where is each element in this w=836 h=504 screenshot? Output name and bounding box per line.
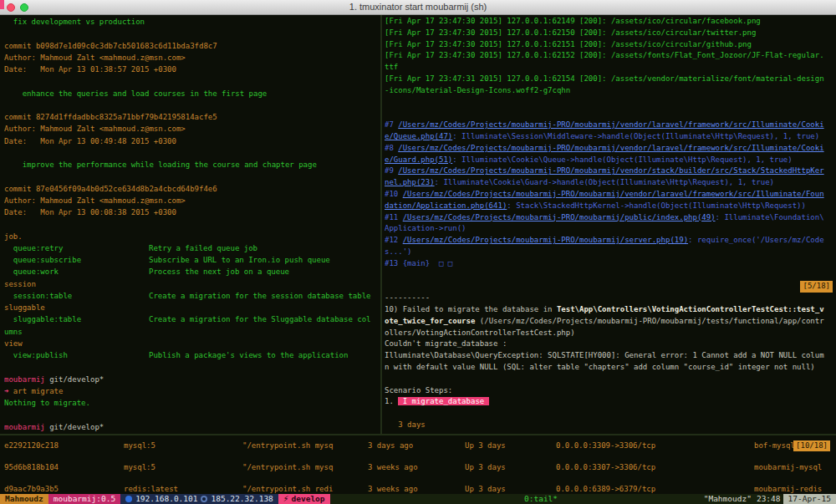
- terminal-line: queue:subscribeSubscribe a URL to an Iro…: [4, 254, 380, 266]
- terminal-line: [4, 147, 380, 159]
- terminal-text: "/entrypoint.sh redi: [242, 484, 368, 493]
- docker-ps-pane[interactable]: e2292120c218mysql:5"/entrypoint.sh mysq3…: [4, 437, 832, 493]
- terminal-text: n with default value NULL (SQL: alter ta…: [385, 363, 815, 371]
- terminal-text: Subscribe a URL to an Iron.io push queue: [149, 256, 330, 264]
- terminal-line: 95d6b818b104mysql:5"/entrypoint.sh mysq3…: [4, 462, 832, 473]
- terminal-text: : Illuminate\Foundation\: [716, 213, 824, 221]
- terminal-line: sluggable:tableCreate a migration for th…: [4, 313, 380, 325]
- terminal-line: Nothing to migrate.: [4, 397, 380, 409]
- terminal-line: [4, 409, 380, 420]
- terminal-line: [Fri Apr 17 23:47:30 2015] 127.0.0.1:621…: [385, 39, 834, 51]
- terminal-text: /Users/mz/Codes/Projects/moubarmij-PRO/m…: [403, 236, 688, 244]
- terminal-line: [4, 451, 832, 462]
- terminal-text: #12: [385, 236, 403, 244]
- terminal-text: Process the next job on a queue: [149, 267, 289, 276]
- terminal-text: umns: [4, 328, 23, 336]
- terminal-line: commit 87e0456f09a4b0d52ce634d8b2a4cbcd6…: [4, 183, 380, 195]
- terminal-line: [385, 108, 834, 120]
- terminal-line: session:tableCreate a migration for the …: [4, 290, 380, 302]
- terminal-text: Author: Mahmoud Zalt <mahmoud.z@msn.com>: [4, 125, 186, 133]
- terminal-text: git/develop*: [45, 375, 104, 384]
- terminal-line: moubarmij git/develop*: [4, 421, 380, 433]
- wan-ip-icon: [201, 496, 207, 502]
- terminal-text: git/develop*: [45, 423, 104, 431]
- terminal-text: bof-mysql: [754, 441, 795, 450]
- terminal-text: nel.php(23): [385, 178, 435, 186]
- terminal-line: nel.php(23): Illuminate\Cookie\Guard->ha…: [385, 177, 834, 189]
- terminal-line: dation/Application.php(641): Stack\Stack…: [385, 201, 834, 212]
- terminal-text: commit b098d7e1d09c0c3db7cb501683c6d11bd…: [4, 42, 217, 50]
- terminal-text: moubarmij-mysql: [754, 463, 822, 471]
- terminal-line: [4, 361, 380, 373]
- terminal-line: 3 days: [385, 420, 834, 431]
- terminal-line: Couldn't migrate_database :: [385, 339, 834, 350]
- terminal-line: [Fri Apr 17 23:47:30 2015] 127.0.0.1:621…: [385, 16, 834, 28]
- pane-vertical-border[interactable]: [380, 15, 382, 434]
- terminal-line: Author: Mahmoud Zalt <mahmoud.z@msn.com>: [4, 123, 380, 135]
- terminal-text: ttf: [385, 63, 398, 71]
- hostname-label: "Mahmoudz": [701, 494, 754, 504]
- terminal-text: (/Users/mz/Codes/Projects/moubarmij-PRO/…: [475, 317, 823, 325]
- terminal-text: Author: Mahmoud Zalt <mahmoud.z@msn.com>: [4, 196, 186, 205]
- terminal-text: ----------: [385, 293, 430, 302]
- terminal-text: #7: [385, 120, 398, 129]
- terminal-text: □ □: [430, 259, 452, 267]
- terminal-text: 3 days ago: [368, 440, 465, 451]
- terminal-text: commit 87e0456f09a4b0d52ce634d8b2a4cbcd6…: [4, 185, 217, 193]
- git-log-and-shell-pane[interactable]: fix development vs production commit b09…: [4, 16, 380, 434]
- terminal-line: Scenario Steps:: [385, 385, 834, 397]
- terminal-line: [385, 270, 834, 282]
- terminal-text: Create a migration for the Sluggable dat…: [149, 315, 371, 323]
- terminal-text: #11: [385, 213, 403, 221]
- terminal-line: #13 {main} □ □: [385, 258, 834, 270]
- terminal-text: sluggable:table: [4, 313, 149, 325]
- terminal-text: : Illuminate\Cookie\Queue->handle(Object…: [452, 155, 792, 164]
- terminal-text: "/entrypoint.sh mysq: [242, 440, 368, 451]
- terminal-line: [4, 28, 380, 39]
- server-log-and-tests-pane[interactable]: [Fri Apr 17 23:47:30 2015] 127.0.0.1:621…: [385, 16, 834, 434]
- terminal-text: 10) Failed to migrate the database in: [385, 305, 557, 313]
- terminal-text: queue:subscribe: [4, 254, 149, 266]
- terminal-text: Date: Mon Apr 13 01:38:57 2015 +0300: [4, 65, 176, 74]
- terminal-text: ote_twice_for_course: [385, 317, 475, 325]
- terminal-text: 3 weeks ago: [368, 462, 465, 473]
- terminal-text: [Fri Apr 17 23:47:30 2015] 127.0.0.1:621…: [385, 51, 824, 59]
- terminal-text: sluggable: [4, 303, 45, 312]
- terminal-text: [Fri Apr 17 23:47:30 2015] 127.0.0.1:621…: [385, 17, 761, 25]
- terminal-text: moubarmij: [4, 423, 45, 431]
- terminal-line: #10 /Users/mz/Codes/Projects/moubarmij-P…: [385, 189, 834, 201]
- terminal-text: Retry a failed queue job: [149, 244, 257, 252]
- terminal-line: ----------: [385, 293, 834, 304]
- session-name-badge[interactable]: Mahmoudz: [0, 494, 48, 504]
- terminal-text: queue:retry: [4, 242, 149, 254]
- branch-name: develop: [292, 494, 325, 504]
- window-list[interactable]: 0:tail*: [524, 494, 558, 504]
- terminal-line: queue:retryRetry a failed queue job: [4, 242, 380, 254]
- terminal-text: : require_once('/Users/mz/Code: [688, 236, 824, 244]
- terminal-text: [4, 452, 8, 461]
- terminal-line: -icons/Material-Design-Icons.woff2-g7cqh…: [385, 85, 834, 97]
- terminal-line: #11 /Users/mz/Codes/Projects/moubarmij-P…: [385, 212, 834, 224]
- terminal-text: commit 8274d1ffdadbbc8325a71bbf79b421958…: [4, 113, 217, 121]
- terminal-line: [Fri Apr 17 23:47:31 2015] 127.0.0.1:621…: [385, 74, 834, 85]
- terminal-line: Application->run(): [385, 223, 834, 235]
- terminal-text: /Users/mz/Codes/Projects/moubarmij-PRO/m…: [403, 190, 824, 198]
- terminal-text: #10: [385, 190, 403, 198]
- terminal-line: [385, 408, 834, 420]
- window-list-item[interactable]: 0:tail*: [524, 494, 558, 503]
- terminal-text: e/Queue.php(47): [385, 132, 452, 140]
- terminal-text: Couldn't migrate_database :: [385, 339, 507, 348]
- terminal-line: [Fri Apr 17 23:47:30 2015] 127.0.0.1:621…: [385, 28, 834, 39]
- terminal-line: s...'): [385, 247, 834, 258]
- terminal-text: #8: [385, 144, 398, 152]
- terminal-line: [Fri Apr 17 23:47:30 2015] 127.0.0.1:621…: [385, 50, 834, 62]
- terminal-text: [385, 98, 389, 106]
- terminal-text: view: [4, 339, 23, 348]
- terminal-text: session:table: [4, 290, 149, 302]
- network-info-segment: 192.168.0.101 185.22.32.138: [120, 494, 278, 504]
- terminal-text: mysql:5: [124, 462, 242, 473]
- pane-horizontal-border[interactable]: [0, 434, 836, 435]
- terminal-text: 3 weeks ago: [368, 484, 465, 493]
- terminal-text: /Users/mz/Codes/Projects/moubarmij-PRO/m…: [403, 213, 716, 221]
- terminal-line: ollers/VotingActionControllerTestCest.ph…: [385, 328, 834, 339]
